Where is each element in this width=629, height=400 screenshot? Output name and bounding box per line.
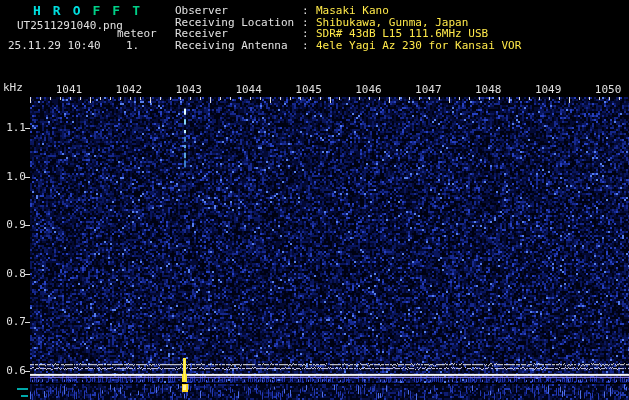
x-tick-label: 1048 — [475, 84, 502, 96]
spectrogram-canvas — [0, 0, 629, 400]
info-label: Observer — [175, 5, 302, 17]
logo-letter: O — [73, 4, 81, 18]
info-row: Receiving Antenna: 4ele Yagi Az 230 for … — [175, 40, 521, 52]
logo-letter: R — [53, 4, 61, 18]
logo-letter: T — [132, 4, 140, 18]
info-label: Receiving Antenna — [175, 40, 302, 52]
logo-letter: F — [92, 4, 100, 18]
observation-datetime: 25.11.29 10:40 — [8, 40, 101, 52]
observation-info: Observer: Masaki KanoReceiving Location:… — [175, 5, 521, 51]
x-tick-label: 1050 — [595, 84, 622, 96]
y-tick-label: 0.9 — [5, 219, 26, 231]
y-tick-label: 1.0 — [5, 171, 26, 183]
info-row: Observer: Masaki Kano — [175, 5, 521, 17]
x-tick-label: 1043 — [175, 84, 202, 96]
x-tick-label: 1041 — [56, 84, 83, 96]
logo-letter: F — [112, 4, 120, 18]
info-value: 4ele Yagi Az 230 for Kansai VOR — [316, 40, 521, 52]
x-tick-label: 1042 — [116, 84, 143, 96]
x-tick-label: 1044 — [235, 84, 262, 96]
x-tick-label: 1049 — [535, 84, 562, 96]
y-tick-label: 0.6 — [5, 365, 26, 377]
y-axis-unit: kHz — [3, 82, 23, 94]
info-value: Masaki Kano — [316, 5, 389, 17]
hrofft-window: HROFFT UT2511291040.png meteor 25.11.29 … — [0, 0, 629, 400]
y-tick-label: 0.8 — [5, 268, 26, 280]
info-colon: : — [302, 5, 316, 17]
page-counter: 1. — [126, 40, 139, 52]
x-tick-label: 1047 — [415, 84, 442, 96]
info-colon: : — [302, 40, 316, 52]
app-logo: HROFFT — [33, 4, 140, 18]
y-tick-label: 1.1 — [5, 122, 26, 134]
x-tick-label: 1046 — [355, 84, 382, 96]
logo-letter: H — [33, 4, 41, 18]
x-tick-label: 1045 — [295, 84, 322, 96]
y-tick-label: 0.7 — [5, 316, 26, 328]
output-filename: UT2511291040.png — [17, 20, 123, 32]
